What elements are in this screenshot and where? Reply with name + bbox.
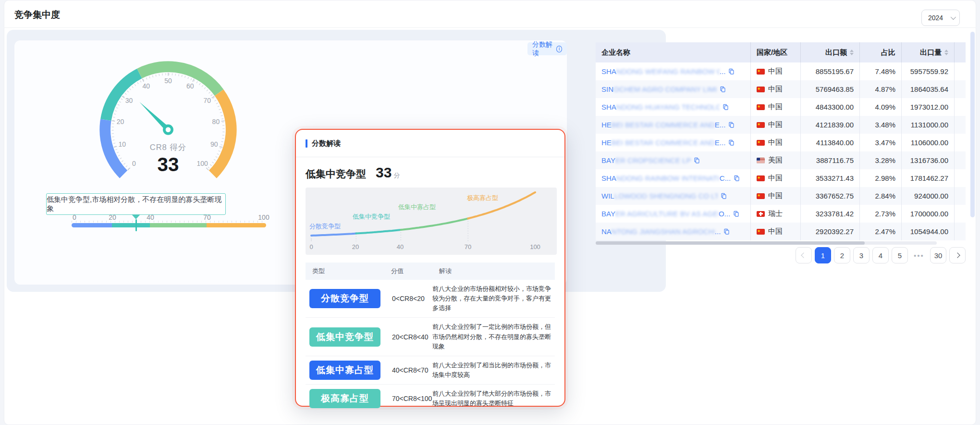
pagination-page-last[interactable]: 30 [930,247,946,263]
export-amount: 4843300.00 [800,98,859,116]
pagination: 1 2 3 4 5 ••• 30 [796,247,966,263]
copy-icon[interactable] [728,139,735,146]
export-volume: 1781462.27 [901,169,954,187]
company-name-link[interactable]: HEBEI BESTAR COMMERCE AND TRADE... [601,121,725,129]
pagination-page-3[interactable]: 3 [853,247,870,263]
pagination-page-4[interactable]: 4 [872,247,889,263]
slider-minor-ticks [72,221,266,223]
curve-label-dispersed: 分散竞争型 [309,222,341,231]
copy-icon[interactable] [728,68,735,75]
page-vertical-scrollbar[interactable] [970,32,975,217]
company-name-link[interactable]: HEBEI BESTAR COMMERCE AND TRADE... [601,138,725,147]
export-amount: 3533271.43 [800,169,859,187]
type-badge: 极高寡占型 [309,389,380,408]
table-horizontal-scrollbar[interactable] [596,241,937,245]
chevron-left-icon [801,252,806,258]
company-name-link[interactable]: SHANDONG WEIFANG RAINBOW CHEMI... [601,67,725,75]
curve-tick-label: 0 [309,243,313,250]
flag-icon [757,104,765,110]
curve-tick-label: 40 [397,243,404,250]
copy-icon[interactable] [728,122,735,128]
share: 2.84% [859,187,901,205]
company-name-link[interactable]: NANTONG JIANGSHAN AGROCHEMICA... [601,227,721,236]
score-explain-modal: 分数解读 低集中竞争型 33 分 分散竞争型 低集中竞争型 低集中寡占型 极高寡… [295,129,565,407]
modal-divider [296,157,564,157]
interpretation-header-row: 类型 分值 解读 [306,262,555,280]
pagination-page-2[interactable]: 2 [834,247,850,263]
company-name-link[interactable]: WILLOWOOD SHENGNONG CO LTD [601,192,718,200]
score-explain-link[interactable]: 分数解读 i [527,42,567,55]
col-export-volume: 出口量 [920,48,942,57]
export-amount: 3367652.75 [800,187,859,205]
copy-icon[interactable] [694,157,700,163]
share: 3.28% [859,151,901,169]
col-export-amount: 出口额 [825,48,847,57]
company-name-link[interactable]: BAYER AGRICULTURE BV AS AGENT FO... [601,210,730,218]
pagination-next-button[interactable] [949,247,966,263]
score-curve-chart: 分散竞争型 低集中竞争型 低集中寡占型 极高寡占型 0 20 40 70 100 [306,188,557,255]
company-name-link[interactable]: SINOCHEM AGRO COMPANY LIMITED [601,85,717,93]
interpretation-table: 类型 分值 解读 分散竞争型 0<CR8<20 前八大企业的市场份额相对较小，市… [306,262,555,412]
copy-icon[interactable] [723,228,730,235]
table-row: SHANDONG HUAYANG TECHNOLOGY 中国 4843300.0… [596,98,966,116]
copy-icon[interactable] [720,86,726,92]
pagination-ellipsis[interactable]: ••• [911,247,927,263]
interpretation-row: 低集中寡占型 40<CR8<70 前八大企业控制了相当比例的市场份额，市场集中度… [306,356,555,385]
table-row: HEBEI BESTAR COMMERCE AND TRADE... 中国 41… [596,116,966,134]
export-volume: 1973012.00 [901,98,954,116]
company-name-link[interactable]: SHANDONG HUAYANG TECHNOLOGY [601,103,720,111]
table-row: SINOCHEM AGRO COMPANY LIMITED 中国 5769463… [596,80,966,98]
score-range: 20<CR8<40 [384,333,432,341]
gauge-value: 33 [158,154,179,175]
range-segment-orange [207,223,266,227]
flag-icon [757,69,765,75]
gauge-segment-green [139,67,219,93]
svg-text:80: 80 [212,118,220,125]
copy-icon[interactable] [733,211,739,217]
flag-icon [757,158,765,163]
chevron-right-icon [955,252,960,258]
range-segment-blue [72,223,112,227]
flag-icon [757,193,765,199]
pagination-page-5[interactable]: 5 [892,247,908,263]
type-badge: 低集中竞争型 [309,327,380,347]
scrollbar-thumb[interactable] [596,241,865,245]
score-value: 33 [376,164,392,181]
slider-tick-label: 100 [258,213,269,221]
range-segment-green [150,223,207,227]
score-range-bar[interactable] [72,223,266,227]
export-amount: 2920392.27 [800,223,859,240]
company-name-link[interactable]: BAYER CROPSCIENCE LP [601,156,691,164]
share: 2.73% [859,205,901,223]
svg-text:20: 20 [117,118,124,125]
year-select[interactable]: 2024 [921,10,960,26]
svg-text:50: 50 [164,77,172,85]
copy-icon[interactable] [723,104,729,110]
copy-icon[interactable] [721,193,727,199]
page-title: 竞争集中度 [14,9,60,21]
flag-icon [757,87,765,92]
pagination-page-1[interactable]: 1 [815,247,831,263]
sort-icon[interactable] [944,50,948,55]
share: 2.98% [859,169,901,187]
info-icon: i [556,46,562,52]
company-name-link[interactable]: SHANDONG RAINBOW INTERNATIONALC... [601,174,731,182]
interpretation-row: 分散竞争型 0<CR8<20 前八大企业的市场份额相对较小，市场竞争较为分散，存… [306,280,555,318]
interpretation-text: 前八大企业控制了相当比例的市场份额，市场集中度较高 [432,361,555,380]
score-explain-label: 分数解读 [532,40,553,58]
svg-text:40: 40 [143,82,150,90]
table-row: SHANDONG WEIFANG RAINBOW CHEMI... 中国 885… [596,62,966,80]
modal-header: 分数解读 [306,130,555,157]
tooltip-pointer-icon [132,214,140,219]
export-amount: 4121839.00 [800,116,859,134]
copy-icon[interactable] [734,175,740,181]
col-share: 占比 [881,48,895,57]
col-company-name: 企业名称 [601,48,630,57]
sort-icon[interactable] [850,50,854,55]
share: 3.47% [859,134,901,151]
gauge-label: CR8 得分 [150,143,186,152]
pagination-prev-button[interactable] [796,247,812,263]
score-marker[interactable] [135,219,137,231]
flag-icon [757,211,765,217]
flag-icon [757,140,765,146]
